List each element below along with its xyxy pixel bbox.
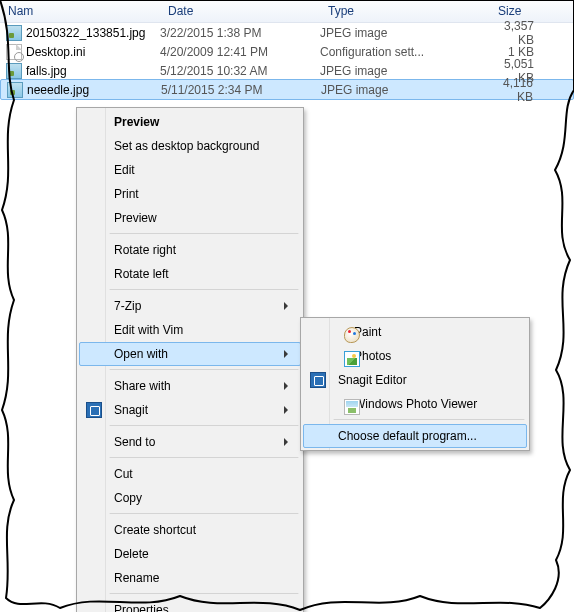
file-type: JPEG image [320, 64, 490, 78]
menu-item-share-with[interactable]: Share with [79, 374, 301, 398]
menu-item-copy[interactable]: Copy [79, 486, 301, 510]
file-name: 20150322_133851.jpg [26, 26, 145, 40]
menu-separator [109, 425, 299, 427]
file-name: Desktop.ini [26, 45, 85, 59]
column-header-type[interactable]: Type [320, 0, 490, 22]
submenu-arrow-icon [284, 438, 292, 446]
column-header-row: Nam Date Type Size [0, 0, 574, 23]
menu-item-rotate-right[interactable]: Rotate right [79, 238, 301, 262]
paint-icon [344, 327, 360, 343]
menu-item-snagit[interactable]: Snagit [79, 398, 301, 422]
menu-item-edit[interactable]: Edit [79, 158, 301, 182]
submenu-item-paint[interactable]: Paint [303, 320, 527, 344]
menu-separator [109, 593, 299, 595]
file-type: JPEG image [321, 83, 491, 97]
image-file-icon [7, 82, 23, 98]
file-explorer-window: Nam Date Type Size 20150322_133851.jpg 3… [0, 0, 574, 612]
menu-item-set-desktop-background[interactable]: Set as desktop background [79, 134, 301, 158]
snagit-icon [310, 372, 326, 388]
submenu-arrow-icon [284, 350, 292, 358]
submenu-item-windows-photo-viewer[interactable]: Windows Photo Viewer [303, 392, 527, 416]
submenu-arrow-icon [284, 382, 292, 390]
submenu-arrow-icon [284, 302, 292, 310]
menu-item-cut[interactable]: Cut [79, 462, 301, 486]
file-row[interactable]: Desktop.ini 4/20/2009 12:41 PM Configura… [0, 42, 574, 61]
file-date: 5/11/2015 2:34 PM [161, 83, 321, 97]
menu-item-edit-with-vim[interactable]: Edit with Vim [79, 318, 301, 342]
file-size: 3,357 KB [490, 19, 574, 47]
column-header-date[interactable]: Date [160, 0, 320, 22]
menu-item-create-shortcut[interactable]: Create shortcut [79, 518, 301, 542]
submenu-item-choose-default-program[interactable]: Choose default program... [303, 424, 527, 448]
file-row[interactable]: falls.jpg 5/12/2015 10:32 AM JPEG image … [0, 61, 574, 80]
menu-item-delete[interactable]: Delete [79, 542, 301, 566]
open-with-submenu: Paint Photos Snagit Editor Windows Photo… [300, 317, 530, 451]
column-header-name[interactable]: Nam [0, 0, 160, 22]
file-row[interactable]: 20150322_133851.jpg 3/22/2015 1:38 PM JP… [0, 23, 574, 42]
submenu-item-snagit-editor[interactable]: Snagit Editor [303, 368, 527, 392]
menu-item-7zip[interactable]: 7-Zip [79, 294, 301, 318]
image-file-icon [6, 63, 22, 79]
image-file-icon [6, 25, 22, 41]
file-type: Configuration sett... [320, 45, 490, 59]
menu-item-rename[interactable]: Rename [79, 566, 301, 590]
snagit-icon [86, 402, 102, 418]
file-date: 3/22/2015 1:38 PM [160, 26, 320, 40]
menu-item-rotate-left[interactable]: Rotate left [79, 262, 301, 286]
context-menu: Preview Set as desktop background Edit P… [76, 107, 304, 612]
photos-icon [344, 351, 360, 367]
menu-separator [333, 419, 525, 421]
menu-separator [109, 369, 299, 371]
menu-separator [109, 513, 299, 515]
file-name: falls.jpg [26, 64, 67, 78]
ini-file-icon [6, 44, 22, 60]
menu-separator [109, 233, 299, 235]
menu-separator [109, 457, 299, 459]
menu-item-preview-default[interactable]: Preview [79, 110, 301, 134]
file-type: JPEG image [320, 26, 490, 40]
menu-item-open-with[interactable]: Open with [79, 342, 301, 366]
menu-item-send-to[interactable]: Send to [79, 430, 301, 454]
submenu-arrow-icon [284, 406, 292, 414]
file-list: 20150322_133851.jpg 3/22/2015 1:38 PM JP… [0, 23, 574, 100]
windows-photo-viewer-icon [344, 399, 360, 415]
menu-item-print[interactable]: Print [79, 182, 301, 206]
menu-item-preview[interactable]: Preview [79, 206, 301, 230]
file-name: neeedle.jpg [27, 83, 89, 97]
menu-separator [109, 289, 299, 291]
file-row-selected[interactable]: neeedle.jpg 5/11/2015 2:34 PM JPEG image… [0, 79, 574, 100]
file-size: 4,116 KB [491, 76, 573, 104]
file-date: 5/12/2015 10:32 AM [160, 64, 320, 78]
submenu-item-photos[interactable]: Photos [303, 344, 527, 368]
menu-item-properties[interactable]: Properties [79, 598, 301, 612]
file-date: 4/20/2009 12:41 PM [160, 45, 320, 59]
